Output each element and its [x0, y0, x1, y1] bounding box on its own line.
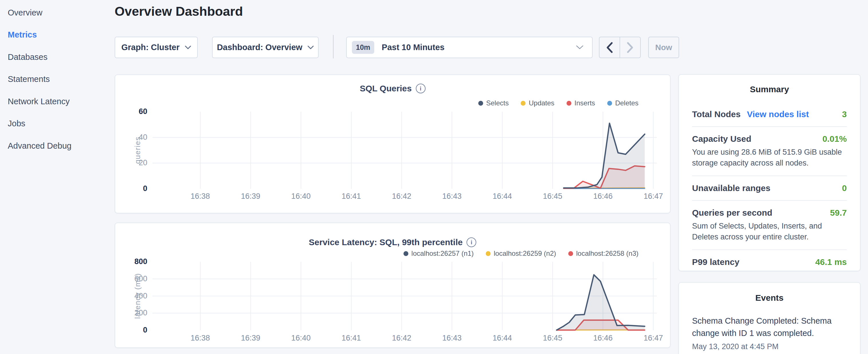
legend-label: localhost:26259 (n2) [494, 250, 556, 257]
legend-item[interactable]: Inserts [566, 99, 595, 107]
x-axis-tick: 16:42 [378, 334, 425, 343]
legend-item[interactable]: Selects [478, 99, 509, 107]
x-axis-tick: 16:47 [630, 192, 676, 201]
events-title: Events [692, 293, 847, 303]
legend-dot-icon [478, 101, 483, 106]
controls-divider [333, 35, 334, 58]
x-axis-tick: 16:45 [530, 192, 576, 201]
summary-row: Capacity Used0.01%You are using 28.6 MiB… [692, 127, 847, 176]
x-axis-tick: 16:46 [580, 334, 626, 343]
x-axis-tick: 16:39 [228, 192, 274, 201]
series-selects [564, 123, 645, 188]
chevron-down-icon [308, 45, 314, 49]
info-icon[interactable]: i [467, 237, 476, 247]
series-inserts [564, 166, 645, 189]
x-axis-tick: 16:38 [177, 192, 223, 201]
x-axis-tick: 16:39 [228, 334, 274, 343]
time-range-label: Past 10 Minutes [382, 43, 444, 52]
sidebar-item-overview[interactable]: Overview [8, 6, 42, 19]
summary-row-value: 59.7 [830, 208, 847, 218]
chart-legend: localhost:26257 (n1)localhost:26259 (n2)… [403, 250, 639, 257]
series-localhost-26258-n3- [557, 320, 645, 330]
sidebar-item-statements[interactable]: Statements [8, 73, 50, 86]
graph-dropdown-label: Graph: Cluster [121, 43, 179, 52]
summary-row: Queries per second59.7Sum of Selects, Up… [692, 201, 847, 250]
events-panel: Events Schema Change Completed: Schema c… [678, 282, 861, 354]
summary-row-description: You are using 28.6 MiB of 515.9 GiB usab… [692, 147, 847, 168]
summary-row-value: 46.1 ms [815, 257, 847, 267]
chart-title: SQL Queriesi [115, 84, 670, 93]
graph-dropdown[interactable]: Graph: Cluster [115, 37, 198, 58]
service-latency-chart-card: Service Latency: SQL, 99th percentileilo… [115, 223, 671, 348]
legend-label: Selects [486, 99, 509, 107]
event-timestamp: May 13, 2020 at 4:45 PM [692, 342, 847, 351]
x-axis-tick: 16:41 [329, 334, 374, 343]
legend-label: Deletes [615, 99, 639, 107]
chevron-left-icon [606, 42, 613, 53]
legend-item[interactable]: localhost:26258 (n3) [568, 250, 639, 257]
legend-label: localhost:26257 (n1) [411, 250, 474, 257]
summary-row-label: P99 latency [692, 257, 739, 267]
summary-row-description: Sum of Selects, Updates, Inserts, and De… [692, 221, 847, 242]
sidebar-item-jobs[interactable]: Jobs [8, 118, 25, 130]
x-axis-tick: 16:44 [479, 334, 525, 343]
x-axis-tick: 16:38 [177, 334, 223, 343]
x-axis-tick: 16:46 [580, 192, 626, 201]
chevron-down-icon [576, 45, 584, 50]
sidebar-item-network-latency[interactable]: Network Latency [8, 95, 70, 108]
time-step-forward-button[interactable] [620, 37, 640, 58]
summary-row-value: 0.01% [823, 134, 847, 144]
events-list: Schema Change Completed: Schema change w… [692, 315, 847, 351]
chart-title-text: Service Latency: SQL, 99th percentile [309, 237, 463, 247]
legend-label: Inserts [575, 99, 595, 107]
summary-rows: Total NodesView nodes list3Capacity Used… [692, 102, 847, 274]
x-axis-tick: 16:40 [278, 192, 324, 201]
event-item: Schema Change Completed: Schema change w… [692, 315, 847, 351]
legend-label: Updates [529, 99, 554, 107]
legend-item[interactable]: Updates [521, 99, 554, 107]
y-axis-label: latency (ms) [132, 262, 143, 330]
legend-item[interactable]: Deletes [607, 99, 639, 107]
chart-title-text: SQL Queries [360, 84, 411, 93]
time-step-back-button[interactable] [599, 37, 620, 58]
sql-queries-chart-card: SQL QueriesiSelectsUpdatesInsertsDeletes… [115, 74, 671, 213]
legend-item[interactable]: localhost:26257 (n1) [403, 250, 474, 257]
summary-row-label: Queries per second [692, 208, 772, 218]
summary-row: P99 latency46.1 ms [692, 250, 847, 274]
info-icon[interactable]: i [416, 84, 426, 93]
y-axis-label: queries [132, 112, 143, 189]
sidebar-item-advanced-debug[interactable]: Advanced Debug [8, 139, 72, 152]
time-step-buttons [599, 37, 641, 58]
summary-row: Total NodesView nodes list3 [692, 102, 847, 127]
series-updates [564, 188, 645, 188]
summary-row-value: 3 [842, 109, 847, 119]
dashboard-dropdown-label: Dashboard: Overview [217, 43, 302, 52]
legend-label: localhost:26258 (n3) [576, 250, 639, 257]
x-axis-tick: 16:43 [429, 192, 475, 201]
x-axis-tick: 16:42 [378, 192, 425, 201]
sidebar-item-databases[interactable]: Databases [8, 51, 48, 63]
legend-dot-icon [607, 101, 612, 106]
x-axis-tick: 16:44 [479, 192, 525, 201]
dashboard-dropdown[interactable]: Dashboard: Overview [212, 37, 319, 58]
chart-legend: SelectsUpdatesInsertsDeletes [478, 99, 639, 107]
summary-title: Summary [692, 85, 847, 94]
summary-row-label: Capacity Used [692, 134, 751, 144]
x-axis-tick: 16:40 [278, 334, 324, 343]
summary-row-label: Unavailable ranges [692, 183, 770, 193]
legend-dot-icon [521, 101, 526, 106]
sidebar-item-metrics[interactable]: Metrics [8, 29, 37, 41]
chevron-down-icon [185, 45, 191, 49]
legend-item[interactable]: localhost:26259 (n2) [486, 250, 556, 257]
summary-row-value: 0 [842, 183, 847, 193]
now-button[interactable]: Now [648, 37, 679, 58]
x-axis-tick: 16:45 [530, 334, 576, 343]
view-nodes-list-link[interactable]: View nodes list [747, 109, 809, 119]
app-root: OverviewMetricsDatabasesStatementsNetwor… [0, 0, 868, 354]
time-range-dropdown[interactable]: 10m Past 10 Minutes [346, 37, 593, 58]
legend-dot-icon [486, 251, 491, 256]
x-axis-tick: 16:41 [329, 192, 374, 201]
legend-dot-icon [403, 251, 408, 256]
sidebar: OverviewMetricsDatabasesStatementsNetwor… [0, 0, 115, 354]
summary-row: Unavailable ranges0 [692, 176, 847, 201]
